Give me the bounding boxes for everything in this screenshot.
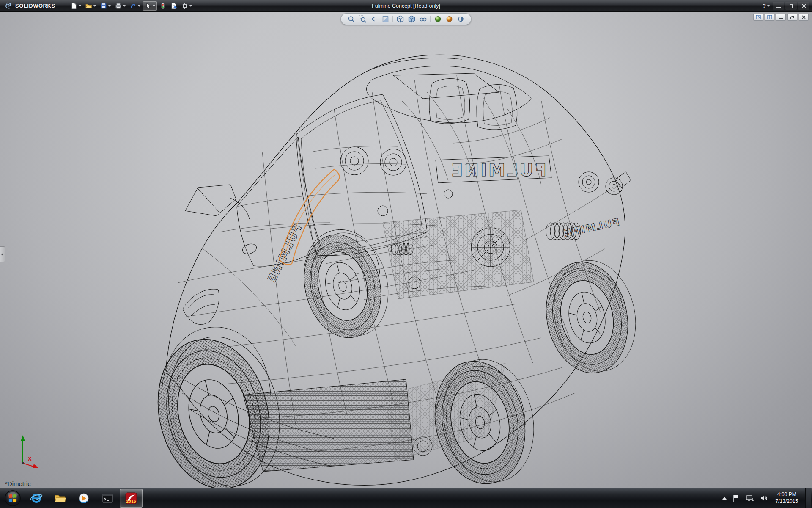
display-style-icon — [408, 15, 416, 23]
display-style-button[interactable] — [408, 15, 416, 23]
flyout-caret[interactable] — [153, 5, 155, 7]
file-properties-button[interactable] — [169, 1, 179, 11]
previous-view-icon — [370, 15, 378, 23]
show-desktop-button[interactable] — [805, 488, 811, 508]
help-button[interactable]: ? — [761, 3, 771, 9]
hide-show-glasses-icon — [420, 15, 427, 23]
print-button[interactable] — [113, 1, 127, 11]
taskbar-item-solidworks-2015[interactable]: 2015 — [120, 489, 143, 508]
new-document-button[interactable] — [69, 1, 83, 11]
doc-close-button[interactable] — [799, 14, 809, 21]
media-player-icon — [77, 492, 90, 505]
taskbar-item-windows-explorer[interactable] — [49, 489, 71, 508]
flyout-caret[interactable] — [138, 5, 140, 7]
taskbar-item-command-prompt[interactable] — [96, 489, 119, 508]
viewport: FULMINE FULMINE FULMINE — [0, 12, 812, 488]
zoom-to-fit-icon — [348, 15, 355, 23]
folder-icon — [54, 492, 66, 505]
brand-text: SOLIDWORKS — [15, 3, 55, 9]
system-tray: 4:00 PM 7/13/2015 — [722, 488, 812, 508]
graphics-area-model-wireframe[interactable]: FULMINE FULMINE FULMINE — [0, 12, 812, 488]
flyout-caret[interactable] — [79, 5, 81, 7]
titlebar-controls: ? — [761, 2, 812, 10]
dassault-3ds-icon — [4, 2, 13, 10]
collapse-arrow-icon — [1, 253, 3, 256]
section-view-icon — [382, 15, 390, 23]
toolbar-separator — [431, 16, 431, 22]
view-orientation-cube-icon — [397, 15, 404, 23]
rebuild-button[interactable] — [158, 1, 168, 11]
open-button[interactable] — [84, 1, 98, 11]
taskbar-item-internet-explorer[interactable] — [25, 489, 48, 508]
close-icon — [802, 15, 806, 19]
apply-scene-button[interactable] — [445, 15, 454, 23]
open-folder-icon — [85, 3, 92, 9]
toolbar-separator — [393, 16, 393, 22]
doc-minimize-button[interactable] — [776, 14, 786, 21]
windows-start-icon — [4, 490, 21, 507]
flyout-caret[interactable] — [108, 5, 111, 7]
flyout-caret[interactable] — [189, 5, 192, 7]
doc-restore-button[interactable] — [787, 14, 797, 21]
titlebar: SOLIDWORKS — [0, 0, 812, 12]
previous-view-button[interactable] — [370, 15, 379, 23]
network-icon[interactable] — [745, 494, 754, 503]
zoom-to-area-button[interactable] — [359, 15, 367, 23]
flyout-caret[interactable] — [767, 5, 770, 7]
edit-appearance-button[interactable] — [434, 15, 442, 23]
solidworks-year-badge: 2015 — [126, 500, 136, 504]
solidworks-icon: 2015 — [124, 491, 138, 505]
show-hidden-icons-button[interactable] — [722, 497, 727, 500]
view-settings-button[interactable] — [457, 15, 465, 23]
select-pane-button[interactable] — [753, 14, 763, 21]
start-button[interactable] — [3, 489, 22, 508]
new-document-icon — [71, 3, 77, 9]
rebuild-traffic-light-icon — [159, 3, 166, 9]
save-icon — [100, 3, 107, 9]
volume-icon[interactable] — [759, 494, 768, 503]
restore-icon — [789, 5, 793, 8]
apply-scene-ball-icon — [446, 15, 453, 23]
clock-time: 4:00 PM — [776, 491, 798, 498]
edit-appearance-ball-icon — [434, 15, 442, 23]
flyout-caret[interactable] — [123, 5, 126, 7]
hide-show-items-button[interactable] — [419, 15, 428, 23]
internet-explorer-icon — [30, 492, 43, 505]
zoom-to-fit-button[interactable] — [347, 15, 356, 23]
minimize-icon — [776, 7, 781, 8]
save-button[interactable] — [99, 1, 112, 11]
select-button[interactable] — [143, 1, 157, 11]
options-gear-icon — [181, 3, 188, 9]
zoom-to-area-icon — [359, 15, 367, 23]
clock-date: 7/13/2015 — [776, 498, 798, 505]
undo-button[interactable] — [128, 1, 142, 11]
close-icon — [802, 4, 806, 8]
action-center-flag-icon[interactable] — [731, 494, 741, 503]
model-badge-side: FULMINE — [562, 216, 620, 239]
restore-icon — [790, 17, 793, 19]
split-pane-button[interactable] — [765, 14, 774, 21]
taskbar: 2015 4:00 PM 7/13/2015 — [0, 488, 812, 508]
headsup-view-toolbar — [341, 13, 472, 25]
print-icon — [115, 3, 122, 9]
model-badge-rear: FULMINE — [450, 160, 546, 180]
feature-manager-collapsed-tab[interactable] — [0, 246, 5, 262]
split-pane-icon — [767, 15, 772, 19]
select-cursor-icon — [145, 3, 151, 9]
flyout-caret[interactable] — [93, 5, 96, 7]
taskbar-item-media-player[interactable] — [72, 489, 95, 508]
view-orientation-label: *Dimetric — [5, 480, 31, 487]
restore-button[interactable] — [785, 2, 797, 10]
document-window-controls — [753, 14, 809, 21]
command-prompt-icon — [101, 492, 114, 505]
options-button[interactable] — [180, 1, 194, 11]
app-logo: SOLIDWORKS — [0, 2, 60, 10]
minimize-button[interactable] — [773, 2, 784, 10]
close-button[interactable] — [798, 2, 809, 10]
taskbar-clock[interactable]: 4:00 PM 7/13/2015 — [773, 491, 801, 505]
pane-icon — [756, 15, 761, 19]
section-view-button[interactable] — [381, 15, 390, 23]
minimize-icon — [779, 18, 783, 19]
view-orientation-button[interactable] — [396, 15, 405, 23]
undo-icon — [130, 3, 137, 9]
